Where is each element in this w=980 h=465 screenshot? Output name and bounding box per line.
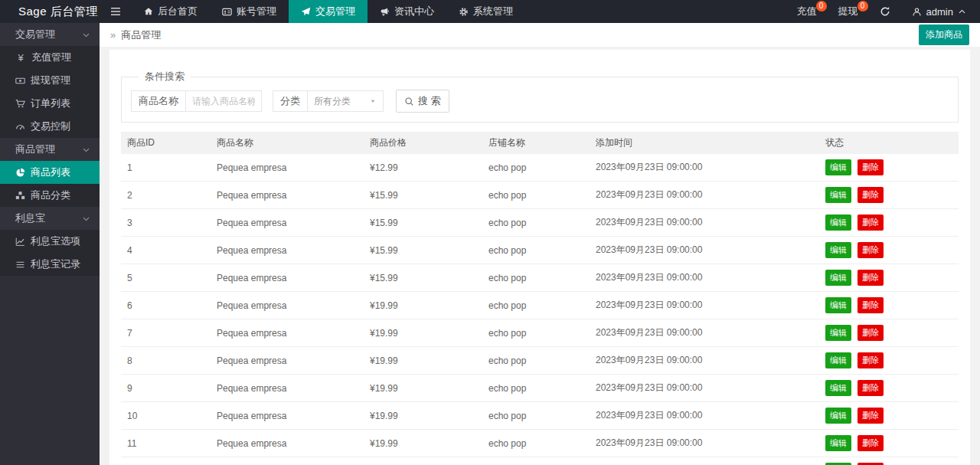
product-name-label: 商品名称 [131, 90, 186, 112]
sidebar-item-recharge[interactable]: ¥ 充值管理 [0, 46, 100, 69]
sidebar-item-product-list[interactable]: 商品列表 [0, 161, 100, 184]
sidebar-group-label: 利息宝 [15, 211, 45, 225]
add-product-button[interactable]: 添加商品 [919, 25, 969, 45]
cell-product-id: 10 [121, 402, 211, 430]
cubes-icon [15, 191, 25, 201]
cell-product-name: Pequea empresa [211, 402, 364, 430]
delete-button[interactable]: 删除 [858, 187, 884, 203]
edit-button[interactable]: 编辑 [825, 435, 851, 451]
withdraw-label: 提现 [838, 5, 858, 18]
home-icon [144, 7, 153, 16]
sidebar-item-withdraw[interactable]: 提现管理 [0, 69, 100, 92]
table-row: 2 Pequea empresa ¥15.99 echo pop 2023年09… [121, 182, 959, 209]
cell-product-name: Pequea empresa [211, 347, 364, 375]
delete-button[interactable]: 删除 [858, 408, 884, 424]
sidebar-item-interest-records[interactable]: 利息宝记录 [0, 253, 100, 276]
cell-product-id: 12 [121, 457, 211, 465]
cell-product-id: 5 [121, 264, 211, 292]
cell-product-id: 7 [121, 319, 211, 347]
edit-button[interactable]: 编辑 [825, 380, 851, 396]
refresh-button[interactable] [869, 0, 901, 23]
sidebar-item-label: 提现管理 [31, 74, 70, 87]
edit-button[interactable]: 编辑 [825, 242, 851, 258]
cell-status: 编辑 删除 [819, 375, 959, 402]
recharge-label: 充值 [797, 5, 817, 18]
category-select[interactable]: 所有分类 [307, 90, 384, 112]
sidebar-item-label: 利息宝记录 [31, 257, 80, 271]
user-menu[interactable]: admin [901, 0, 980, 23]
edit-button[interactable]: 编辑 [825, 408, 851, 424]
edit-button[interactable]: 编辑 [825, 270, 851, 286]
withdraw-link[interactable]: 提现 0 [828, 0, 869, 23]
col-header-product-price: 商品价格 [364, 132, 482, 154]
topbar-right: 充值 0 提现 0 admin [786, 0, 980, 23]
cell-product-price: ¥19.99 [364, 347, 482, 375]
withdraw-badge: 0 [858, 1, 868, 11]
cell-add-time: 2023年09月23日 09:00:00 [590, 209, 819, 237]
delete-button[interactable]: 删除 [858, 242, 884, 258]
edit-button[interactable]: 编辑 [825, 159, 851, 175]
edit-button[interactable]: 编辑 [825, 297, 851, 313]
sidebar-group-interest[interactable]: 利息宝 [0, 207, 100, 230]
cell-product-price: ¥15.99 [364, 209, 482, 237]
category-selected-value: 所有分类 [314, 95, 351, 108]
edit-button[interactable]: 编辑 [825, 187, 851, 203]
nav-item-trade[interactable]: 交易管理 [289, 0, 368, 23]
product-name-input[interactable] [185, 90, 262, 112]
delete-button[interactable]: 删除 [858, 270, 884, 286]
cell-product-name: Pequea empresa [211, 375, 364, 402]
delete-button[interactable]: 删除 [858, 380, 884, 396]
delete-button[interactable]: 删除 [858, 297, 884, 313]
col-header-product-name: 商品名称 [211, 132, 364, 154]
nav-item-home[interactable]: 后台首页 [132, 0, 210, 23]
cell-product-price: ¥19.99 [364, 457, 482, 465]
nav-item-label: 交易管理 [315, 5, 355, 18]
cell-status: 编辑 删除 [819, 457, 959, 465]
edit-button[interactable]: 编辑 [825, 325, 851, 341]
menu-toggle-button[interactable] [100, 0, 132, 23]
table-row: 5 Pequea empresa ¥15.99 echo pop 2023年09… [121, 264, 959, 292]
cell-shop-name: echo pop [482, 264, 590, 292]
delete-button[interactable]: 删除 [858, 352, 884, 368]
cell-product-name: Pequea empresa [211, 264, 364, 292]
nav-item-accounts[interactable]: 账号管理 [210, 0, 289, 23]
recharge-link[interactable]: 充值 0 [786, 0, 828, 23]
cell-product-price: ¥15.99 [364, 182, 482, 209]
nav-item-news[interactable]: 资讯中心 [368, 0, 446, 23]
cell-product-name: Pequea empresa [211, 182, 364, 209]
bullhorn-icon [380, 7, 390, 17]
sidebar-item-product-category[interactable]: 商品分类 [0, 184, 100, 207]
delete-button[interactable]: 删除 [858, 325, 884, 341]
cell-add-time: 2023年09月23日 09:00:00 [590, 347, 819, 375]
nav-item-system[interactable]: 系统管理 [446, 0, 525, 23]
cogs-icon [459, 7, 469, 17]
cell-product-id: 1 [121, 154, 211, 182]
delete-button[interactable]: 删除 [858, 159, 884, 175]
sidebar-item-trade-control[interactable]: 交易控制 [0, 115, 100, 138]
delete-button[interactable]: 删除 [858, 214, 884, 231]
table-row: 3 Pequea empresa ¥15.99 echo pop 2023年09… [121, 209, 959, 237]
search-panel-legend: 条件搜索 [139, 70, 191, 84]
delete-button[interactable]: 删除 [858, 435, 884, 451]
pie-chart-icon [15, 168, 25, 178]
sidebar-item-interest-options[interactable]: 利息宝选项 [0, 230, 100, 253]
cell-status: 编辑 删除 [819, 430, 959, 457]
banknote-icon [15, 76, 25, 86]
sidebar-group-trade[interactable]: 交易管理 [0, 23, 100, 46]
sidebar-item-orders[interactable]: 订单列表 [0, 92, 100, 115]
cell-shop-name: echo pop [482, 430, 590, 457]
cell-add-time: 2023年09月23日 09:00:00 [590, 375, 819, 402]
table-row: 9 Pequea empresa ¥19.99 echo pop 2023年09… [121, 375, 959, 402]
chevron-down-icon [82, 214, 90, 223]
cell-product-price: ¥19.99 [364, 319, 482, 347]
edit-button[interactable]: 编辑 [825, 214, 851, 231]
cell-status: 编辑 删除 [819, 264, 959, 292]
cell-status: 编辑 删除 [819, 292, 959, 319]
sidebar-group-products[interactable]: 商品管理 [0, 138, 100, 161]
topbar: Sage 后台管理 后台首页 账号管理 交易管理 [0, 0, 980, 23]
breadcrumb-separator: » [110, 29, 116, 41]
search-button[interactable]: 搜 索 [396, 90, 449, 113]
cell-product-name: Pequea empresa [211, 209, 364, 237]
edit-button[interactable]: 编辑 [825, 352, 851, 368]
cell-product-price: ¥19.99 [364, 430, 482, 457]
